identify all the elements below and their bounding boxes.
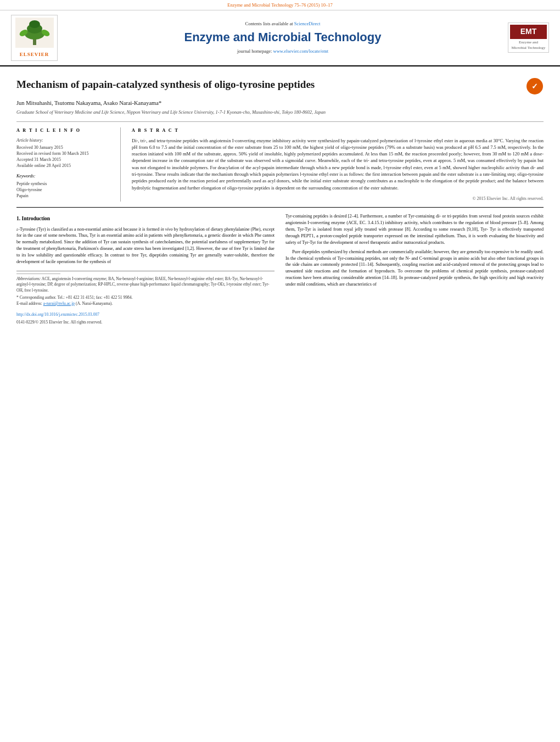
contents-line: Contents lists available at ScienceDirec… (58, 21, 508, 27)
svg-point-4 (29, 20, 40, 28)
body-divider (16, 207, 544, 208)
intro-para-1: l-Tyrosine (Tyr) is classified as a non-… (16, 226, 275, 265)
elsevier-logo: ELSEVIER (11, 15, 58, 61)
keyword-3: Papain (16, 193, 113, 199)
date-4: Available online 28 April 2015 (16, 163, 113, 169)
email-link[interactable]: a-narai@nvlu.ac.jp (43, 301, 75, 306)
footnote-area: Abbreviations: ACE, angiotensin I-conver… (16, 271, 275, 307)
history-label: Article history: (16, 137, 113, 143)
email-line: E-mail address: a-narai@nvlu.ac.jp (A. N… (16, 301, 275, 307)
intro-heading: 1. Introduction (16, 215, 275, 222)
body-right-col: Tyr-containing peptides is desired [2–4]… (285, 213, 544, 326)
emt-logo-caption: Enzyme andMicrobial Technology (510, 40, 547, 51)
byproducts-text: byproducts (374, 269, 394, 274)
sciencedirect-link[interactable]: ScienceDirect (294, 21, 321, 26)
article-info-heading: A R T I C L E I N F O (16, 127, 113, 133)
keywords-label: Keywords: (16, 173, 113, 179)
keyword-2: Oligo-tyrosine (16, 187, 113, 193)
journal-header: ELSEVIER Contents lists available at Sci… (0, 10, 560, 66)
abstract-panel: A B S T R A C T Di-, tri-, and tetra-tyr… (132, 127, 544, 202)
emt-brand: EMT (520, 27, 537, 36)
corresponding-author: * Corresponding author. Tel.: +81 422 31… (16, 295, 275, 301)
elsevier-brand: ELSEVIER (14, 51, 55, 58)
svg-text:✓: ✓ (531, 82, 538, 91)
keywords-section: Keywords: Peptide synthesis Oligo-tyrosi… (16, 173, 113, 199)
keyword-1: Peptide synthesis (16, 181, 113, 187)
doi-link[interactable]: http://dx.doi.org/10.1016/j.enzmictec.20… (16, 312, 99, 317)
affiliation: Graduate School of Veterinary Medicine a… (16, 109, 544, 116)
abstract-heading: A B S T R A C T (132, 127, 544, 133)
copyright-line: © 2015 Elsevier Inc. All rights reserved… (132, 196, 544, 202)
article-info-panel: A R T I C L E I N F O Article history: R… (16, 127, 121, 202)
homepage-line: journal homepage: www.elsevier.com/locat… (58, 48, 508, 55)
footnote-divider (16, 274, 60, 274)
date-1: Received 30 January 2015 (16, 144, 113, 150)
authors: Jun Mitsuhashi, Tsutomu Nakayama, Asako … (16, 99, 544, 108)
date-2: Received in revised form 30 March 2015 (16, 150, 113, 157)
journal-title-center: Contents lists available at ScienceDirec… (58, 21, 508, 55)
title-divider (16, 121, 544, 122)
article-title: Mechanism of papain-catalyzed synthesis … (16, 77, 520, 92)
body-left-col: 1. Introduction l-Tyrosine (Tyr) is clas… (16, 213, 275, 326)
right-para-1: Tyr-containing peptides is desired [2–4]… (285, 213, 544, 246)
issn-text: 0141-0229/© 2015 Elsevier Inc. All right… (16, 320, 102, 325)
top-bar: Enzyme and Microbial Technology 75–76 (2… (0, 0, 560, 10)
abbreviations-text: Abbreviations: ACE, angiotensin I-conver… (16, 276, 275, 294)
abstract-text: Di-, tri-, and tetra-tyrosine peptides w… (132, 137, 544, 192)
date-3: Accepted 31 March 2015 (16, 157, 113, 163)
homepage-url[interactable]: www.elsevier.com/locate/emt (273, 48, 328, 54)
journal-name: Enzyme and Microbial Technology (58, 29, 508, 46)
emt-logo: EMT Enzyme andMicrobial Technology (508, 23, 549, 53)
footer-links: http://dx.doi.org/10.1016/j.enzmictec.20… (16, 311, 275, 326)
crossmark-icon: ✓ (526, 77, 544, 95)
journal-citation: Enzyme and Microbial Technology 75–76 (2… (227, 2, 332, 8)
right-para-2: Pure dipeptides synthesized by chemical … (285, 249, 544, 288)
